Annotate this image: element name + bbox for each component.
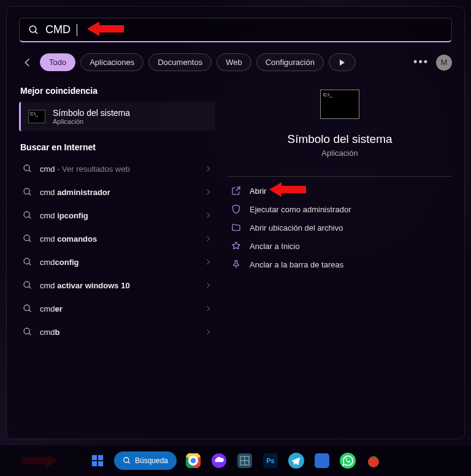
best-match-subtitle: Aplicación xyxy=(53,118,130,125)
action-label: Anclar a la barra de tareas xyxy=(250,260,343,269)
cmd-app-icon-large: C:\_ xyxy=(320,90,359,119)
svg-line-11 xyxy=(29,240,31,242)
svg-line-7 xyxy=(29,193,31,195)
svg-marker-2 xyxy=(87,21,124,36)
taskbar-search[interactable]: Búsqueda xyxy=(114,451,177,470)
photoshop-icon: Ps xyxy=(263,453,278,468)
chevron-right-icon xyxy=(204,235,212,242)
divider xyxy=(228,176,452,177)
chevron-right-icon xyxy=(204,165,212,172)
chevron-right-icon xyxy=(204,258,212,266)
search-icon xyxy=(123,456,131,465)
search-icon xyxy=(23,280,33,290)
best-match-item[interactable]: C:\_ Símbolo del sistema Aplicación xyxy=(19,102,215,131)
action-run-as-admin[interactable]: Ejecutar como administrador xyxy=(228,200,452,218)
start-button[interactable] xyxy=(88,451,107,470)
taskbar-photoshop[interactable]: Ps xyxy=(261,451,280,470)
svg-line-1 xyxy=(35,31,37,34)
suggestion-text: cmdb xyxy=(40,328,197,337)
search-icon xyxy=(23,257,33,267)
tomato-icon xyxy=(366,453,381,468)
suggestion-text: cmdconfig xyxy=(40,258,197,267)
text-cursor-icon xyxy=(77,24,77,36)
chevron-right-icon xyxy=(204,305,212,312)
suggestion-text: cmd - Ver resultados web xyxy=(40,164,197,174)
app-icon xyxy=(315,453,329,468)
back-button[interactable] xyxy=(19,54,36,71)
web-suggestion[interactable]: cmd administrador xyxy=(19,180,215,204)
svg-point-6 xyxy=(24,188,29,194)
action-pin-taskbar[interactable]: Anclar a la barra de tareas xyxy=(228,255,452,274)
best-match-heading: Mejor coincidencia xyxy=(20,86,215,96)
taskbar-chrome[interactable] xyxy=(184,451,202,470)
search-bar[interactable]: CMD xyxy=(19,18,452,42)
filter-web[interactable]: Web xyxy=(216,53,251,71)
windows-logo-icon xyxy=(91,454,104,467)
svg-line-5 xyxy=(29,170,31,172)
search-icon xyxy=(23,304,33,313)
whatsapp-icon xyxy=(340,453,356,469)
filter-all[interactable]: Todo xyxy=(40,53,75,71)
svg-rect-25 xyxy=(92,461,97,466)
web-suggestion[interactable]: cmdconfig xyxy=(19,250,215,274)
filter-more[interactable] xyxy=(329,53,356,71)
telegram-icon xyxy=(288,453,304,469)
filter-apps[interactable]: Aplicaciones xyxy=(80,53,144,71)
folder-icon xyxy=(231,223,241,232)
search-icon xyxy=(23,210,33,220)
pin-icon xyxy=(231,259,241,269)
action-pin-start[interactable]: Anclar a Inicio xyxy=(228,237,452,255)
web-suggestion[interactable]: cmd ipconfig xyxy=(19,204,215,227)
action-open[interactable]: Abrir xyxy=(228,182,452,200)
svg-line-19 xyxy=(29,333,31,335)
suggestion-text: cmd comandos xyxy=(40,234,197,244)
annotation-arrow-icon xyxy=(87,20,124,38)
search-input[interactable]: CMD xyxy=(45,23,71,36)
filter-settings[interactable]: Configuración xyxy=(256,53,324,71)
svg-line-28 xyxy=(128,462,130,464)
taskbar-pomodoro[interactable] xyxy=(364,451,383,470)
svg-line-13 xyxy=(29,263,31,265)
search-icon xyxy=(28,25,39,36)
taskbar-telegram[interactable] xyxy=(287,451,305,470)
svg-point-40 xyxy=(340,453,356,469)
action-label: Abrir ubicación del archivo xyxy=(250,223,343,232)
svg-point-4 xyxy=(24,165,29,171)
web-suggestion[interactable]: cmder xyxy=(19,297,215,320)
open-external-icon xyxy=(231,186,241,196)
taskbar-app[interactable] xyxy=(313,451,331,470)
annotation-arrow-icon xyxy=(269,180,306,199)
chevron-right-icon xyxy=(204,188,212,196)
suggestion-text: cmder xyxy=(40,304,197,313)
chrome-icon xyxy=(186,453,201,468)
svg-point-10 xyxy=(24,235,29,240)
svg-point-16 xyxy=(24,305,29,310)
filters-row: Todo Aplicaciones Documentos Web Configu… xyxy=(19,53,452,71)
chevron-right-icon xyxy=(204,328,212,336)
internet-heading: Buscar en Internet xyxy=(20,142,215,152)
filter-docs[interactable]: Documentos xyxy=(148,53,212,71)
search-icon xyxy=(23,164,33,174)
svg-marker-20 xyxy=(269,182,306,197)
more-menu-button[interactable]: ••• xyxy=(413,56,429,69)
suggestion-text: cmd ipconfig xyxy=(40,211,197,220)
web-suggestion[interactable]: cmd - Ver resultados web xyxy=(19,157,215,180)
svg-line-17 xyxy=(29,310,31,312)
avatar[interactable]: M xyxy=(436,55,452,71)
action-open-location[interactable]: Abrir ubicación del archivo xyxy=(228,218,452,237)
web-suggestion[interactable]: cmd activar windows 10 xyxy=(19,274,215,297)
web-suggestion[interactable]: cmd comandos xyxy=(19,227,215,250)
detail-title: Símbolo del sistema xyxy=(287,132,392,146)
svg-line-9 xyxy=(29,217,31,218)
taskbar-calculator[interactable] xyxy=(236,451,254,470)
svg-point-8 xyxy=(24,212,29,217)
web-suggestion[interactable]: cmdb xyxy=(19,320,215,344)
search-panel: CMD Todo Aplicaciones Documentos Web Con… xyxy=(6,6,465,439)
detail-subtitle: Aplicación xyxy=(321,148,358,158)
taskbar-onedrive[interactable] xyxy=(210,451,228,470)
taskbar-whatsapp[interactable] xyxy=(339,451,357,470)
svg-point-18 xyxy=(24,328,29,334)
svg-line-15 xyxy=(29,286,31,288)
svg-rect-26 xyxy=(98,461,103,466)
action-label: Abrir xyxy=(250,186,266,196)
